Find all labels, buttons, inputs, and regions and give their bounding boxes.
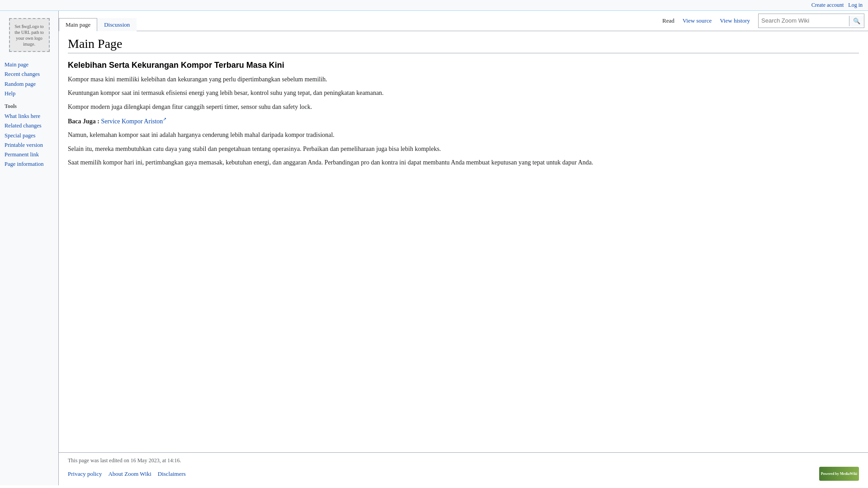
sidebar-item-special-pages[interactable]: Special pages xyxy=(5,131,54,141)
article: Main Page Kelebihan Serta Kekurangan Kom… xyxy=(59,31,868,452)
sidebar: Set $wgLogo to the URL path to your own … xyxy=(0,11,59,485)
tools-title: Tools xyxy=(5,103,54,110)
mediawiki-badge: Powered by MediaWiki xyxy=(819,467,859,481)
article-para-1: Kompor masa kini memiliki kelebihan dan … xyxy=(68,75,859,84)
sidebar-tools-section: Tools What links here Related changes Sp… xyxy=(0,100,58,171)
footer-about[interactable]: About Zoom Wiki xyxy=(108,470,151,478)
search-input[interactable] xyxy=(759,14,849,28)
sidebar-item-help[interactable]: Help xyxy=(5,89,54,99)
tab-bar: Main page Discussion Read View source Vi… xyxy=(59,11,868,31)
article-heading: Kelebihan Serta Kekurangan Kompor Terbar… xyxy=(68,61,859,70)
create-account-link[interactable]: Create account xyxy=(811,2,844,9)
layout: Set $wgLogo to the URL path to your own … xyxy=(0,11,868,485)
footer-disclaimers[interactable]: Disclaimers xyxy=(158,470,186,478)
tab-main-page[interactable]: Main page xyxy=(59,18,97,31)
sidebar-item-random-page[interactable]: Random page xyxy=(5,80,54,89)
tabs-right: Read View source View history 🔍 xyxy=(655,11,868,31)
tabs-left: Main page Discussion xyxy=(59,18,137,31)
sidebar-nav-section: Main page Recent changes Random page Hel… xyxy=(0,57,58,100)
baca-juga-label: Baca Juga : xyxy=(68,118,99,125)
sidebar-item-recent-changes[interactable]: Recent changes xyxy=(5,70,54,79)
footer: This page was last edited on 16 May 2023… xyxy=(59,452,868,485)
logo-placeholder: Set $wgLogo to the URL path to your own … xyxy=(9,18,50,52)
footer-privacy-policy[interactable]: Privacy policy xyxy=(68,470,102,478)
tab-view-history[interactable]: View history xyxy=(716,15,754,26)
article-para-4: Namun, kelemahan kompor saat ini adalah … xyxy=(68,130,859,140)
article-para-5: Selain itu, mereka membutuhkan catu daya… xyxy=(68,144,859,154)
article-para-2: Keuntungan kompor saat ini termasuk efis… xyxy=(68,88,859,98)
footer-links: Privacy policy About Zoom Wiki Disclaime… xyxy=(68,467,859,481)
search-button[interactable]: 🔍 xyxy=(849,16,864,26)
sidebar-item-permanent-link[interactable]: Permanent link xyxy=(5,150,54,160)
footer-last-edited: This page was last edited on 16 May 2023… xyxy=(68,457,859,464)
main-content: Main page Discussion Read View source Vi… xyxy=(59,11,868,485)
page-title: Main Page xyxy=(68,37,859,53)
logo-area: Set $wgLogo to the URL path to your own … xyxy=(0,14,58,56)
sidebar-item-printable-version[interactable]: Printable version xyxy=(5,141,54,150)
log-in-link[interactable]: Log in xyxy=(848,2,863,9)
footer-links-left: Privacy policy About Zoom Wiki Disclaime… xyxy=(68,470,186,478)
tab-read[interactable]: Read xyxy=(659,15,678,26)
sidebar-item-page-information[interactable]: Page information xyxy=(5,160,54,169)
top-bar: Create account Log in xyxy=(0,0,868,11)
search-box: 🔍 xyxy=(758,14,864,28)
tab-view-source[interactable]: View source xyxy=(679,15,716,26)
sidebar-item-what-links-here[interactable]: What links here xyxy=(5,112,54,121)
baca-juga-link[interactable]: Service Kompor Ariston xyxy=(101,118,167,125)
mediawiki-logo: Powered by MediaWiki xyxy=(819,467,859,481)
article-para-3: Kompor modern juga dilengkapi dengan fit… xyxy=(68,102,859,112)
article-para-6: Saat memilih kompor hari ini, pertimbang… xyxy=(68,158,859,168)
article-baca-juga: Baca Juga : Service Kompor Ariston xyxy=(68,116,859,127)
tab-discussion[interactable]: Discussion xyxy=(97,18,137,31)
sidebar-item-main-page[interactable]: Main page xyxy=(5,60,54,70)
sidebar-item-related-changes[interactable]: Related changes xyxy=(5,121,54,131)
